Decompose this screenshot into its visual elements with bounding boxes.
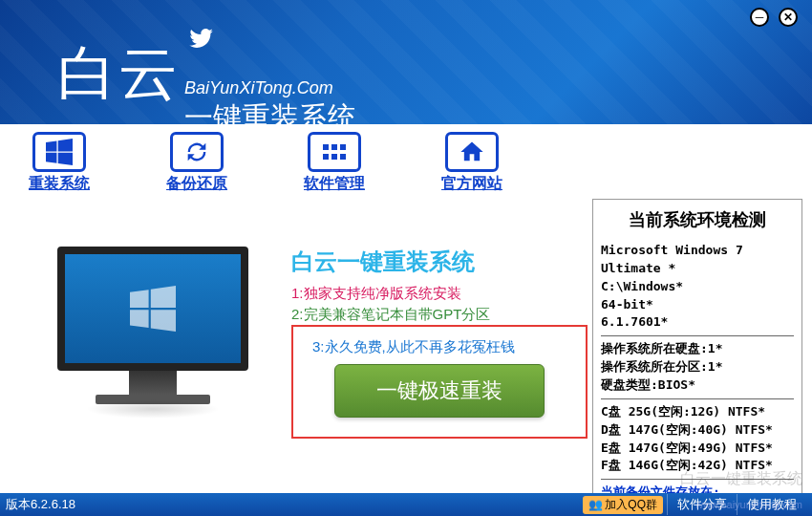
action-box: 3:永久免费,从此不再多花冤枉钱 一键极速重装 [291,325,588,439]
tutorial-button[interactable]: 使用教程 [737,494,806,515]
promo-box: 白云一键重装系统 1:独家支持纯净版系统安装 2:完美兼容笔记本自带GPT分区 … [291,247,588,439]
nav-reinstall[interactable]: 重装系统 [29,132,90,194]
logo-text-cn: 白云 [57,33,180,114]
nav-official-site[interactable]: 官方网站 [441,132,502,194]
footer-bar: 版本6.2.6.18 👥 加入QQ群 软件分享 使用教程 [0,493,812,516]
svg-rect-0 [323,144,329,150]
part-os: 操作系统所在分区:1* [601,358,794,376]
minimize-button[interactable]: ─ [750,8,769,27]
disk-os: 操作系统所在硬盘:1* [601,340,794,358]
promo-title: 白云一键重装系统 [291,247,588,277]
left-content: 白云一键重装系统 1:独家支持纯净版系统安装 2:完美兼容笔记本自带GPT分区 … [29,199,592,516]
app-header: 白云 BaiYunXiTong.Com 一键重装系统 ─ ✕ [0,0,812,124]
logo-area: 白云 BaiYunXiTong.Com 一键重装系统 [57,33,356,124]
qq-icon: 👥 [588,498,603,511]
windows-icon [32,132,86,172]
nav-software[interactable]: 软件管理 [304,132,365,194]
nav-label: 软件管理 [304,174,365,194]
logo-url: BaiYunXiTong.Com [184,78,356,98]
drive-d: D盘 147G(空闲:40G) NTFS* [601,421,794,440]
disk-type: 硬盘类型:BIOS* [601,376,794,395]
nav-label: 官方网站 [441,174,502,194]
drive-e: E盘 147G(空闲:49G) NTFS* [601,440,794,458]
monitor-illustration [57,247,248,404]
logo-slogan: 一键重装系统 [184,98,356,124]
panel-title: 当前系统环境检测 [601,207,794,232]
drive-c: C盘 25G(空闲:12G) NTFS* [601,403,794,421]
home-icon [445,132,499,172]
main-content: 白云一键重装系统 1:独家支持纯净版系统安装 2:完美兼容笔记本自带GPT分区 … [0,199,812,516]
os-path: C:\Windows* [601,278,794,296]
windows-logo-icon [130,286,176,332]
qq-label: 加入QQ群 [605,497,657,513]
refresh-icon [170,132,224,172]
drive-f: F盘 146G(空闲:42G) NTFS* [601,457,794,475]
promo-line-2: 2:完美兼容笔记本自带GPT分区 [291,306,588,324]
svg-rect-4 [331,154,337,160]
nav-label: 备份还原 [166,174,227,194]
qq-group-button[interactable]: 👥 加入QQ群 [583,496,663,514]
os-arch: 64-bit* [601,296,794,314]
close-button[interactable]: ✕ [779,8,798,27]
svg-rect-1 [331,144,337,150]
svg-rect-5 [340,154,346,160]
system-info-panel: 当前系统环境检测 Microsoft Windows 7 Ultimate * … [592,199,802,516]
nav-backup[interactable]: 备份还原 [166,132,227,194]
main-nav: 重装系统 备份还原 软件管理 官方网站 [0,124,812,199]
reinstall-button[interactable]: 一键极速重装 [334,364,545,418]
share-button[interactable]: 软件分享 [667,494,737,515]
nav-label: 重装系统 [29,174,90,194]
grid-icon [308,132,361,172]
promo-line-1: 1:独家支持纯净版系统安装 [291,285,588,303]
window-controls: ─ ✕ [750,8,798,27]
os-build: 6.1.7601* [601,313,794,332]
svg-rect-2 [340,144,346,150]
os-name: Microsoft Windows 7 Ultimate * [601,242,794,278]
svg-rect-3 [323,154,329,160]
promo-line-3: 3:永久免费,从此不再多花冤枉钱 [312,338,566,356]
version-label: 版本6.2.6.18 [6,496,75,513]
